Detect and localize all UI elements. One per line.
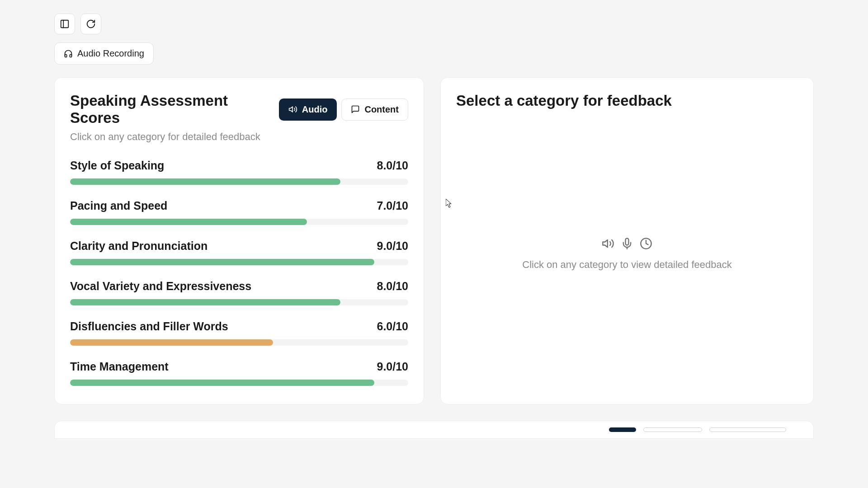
category-score: 8.0/10 [377,159,408,172]
category-score: 7.0/10 [377,199,408,212]
feedback-panel-title: Select a category for feedback [456,92,798,109]
category-name: Vocal Variety and Expressiveness [70,280,251,293]
message-square-icon [351,105,360,114]
progress-track [70,299,408,305]
category-row[interactable]: Pacing and Speed 7.0/10 [70,199,408,225]
bottom-bar [54,421,814,439]
volume-icon [602,237,614,250]
scores-panel-title: Speaking Assessment Scores [70,92,279,127]
scores-panel-subtitle: Click on any category for detailed feedb… [70,131,408,143]
progress-fill [70,259,374,265]
category-score: 8.0/10 [377,280,408,293]
volume-icon [288,105,297,114]
bottom-action-tertiary[interactable] [709,427,786,432]
category-row[interactable]: Vocal Variety and Expressiveness 8.0/10 [70,280,408,305]
headphones-icon [64,49,73,58]
category-score: 9.0/10 [377,239,408,253]
feedback-panel: Select a category for feedback Click on … [440,77,814,404]
progress-track [70,219,408,225]
progress-track [70,380,408,386]
svg-marker-3 [603,240,608,247]
mic-icon [621,237,633,250]
category-score: 6.0/10 [377,320,408,333]
progress-track [70,259,408,265]
feedback-placeholder: Click on any category to view detailed f… [456,118,798,389]
progress-track [70,178,408,185]
progress-track [70,339,408,346]
scores-tab-group: Audio Content [279,99,408,121]
progress-fill [70,219,307,225]
refresh-button[interactable] [80,14,101,34]
category-row[interactable]: Disfluencies and Filler Words 6.0/10 [70,320,408,346]
category-name: Style of Speaking [70,159,164,172]
bottom-action-primary[interactable] [609,427,636,432]
category-row[interactable]: Style of Speaking 8.0/10 [70,159,408,185]
category-name: Pacing and Speed [70,199,167,212]
category-score: 9.0/10 [377,360,408,373]
refresh-icon [86,19,96,29]
svg-rect-4 [626,238,629,245]
category-row[interactable]: Clarity and Pronunciation 9.0/10 [70,239,408,265]
clock-icon [640,237,652,250]
top-toolbar [54,0,814,42]
category-row[interactable]: Time Management 9.0/10 [70,360,408,386]
svg-marker-2 [289,107,292,112]
category-name: Time Management [70,360,169,373]
progress-fill [70,299,340,305]
scores-panel: Speaking Assessment Scores Audio Content… [54,77,424,404]
progress-fill [70,178,340,185]
category-name: Disfluencies and Filler Words [70,320,228,333]
tab-content-label: Content [364,104,399,115]
category-name: Clarity and Pronunciation [70,239,208,253]
feedback-placeholder-text: Click on any category to view detailed f… [522,259,731,271]
audio-recording-label: Audio Recording [77,48,144,59]
tab-audio[interactable]: Audio [279,99,337,121]
audio-recording-chip[interactable]: Audio Recording [54,42,154,65]
bottom-action-secondary[interactable] [643,427,702,432]
svg-rect-0 [61,20,69,28]
panel-toggle-button[interactable] [54,14,75,34]
tab-content[interactable]: Content [341,99,408,121]
panel-left-icon [60,19,70,29]
tab-audio-label: Audio [302,104,328,115]
progress-fill [70,380,374,386]
progress-fill [70,339,273,346]
